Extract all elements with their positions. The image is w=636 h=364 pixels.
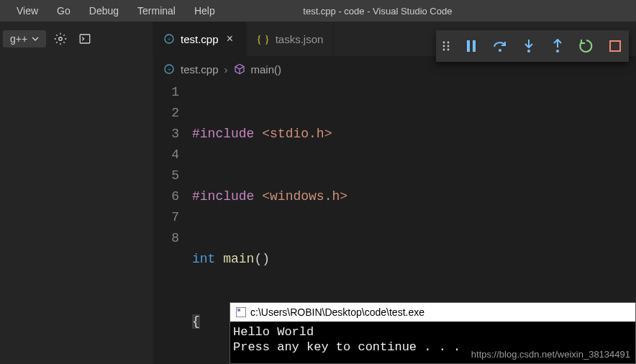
compiler-label: g++ bbox=[10, 33, 27, 45]
json-file-icon: { } bbox=[257, 33, 270, 45]
terminal-panel-icon[interactable] bbox=[75, 29, 95, 49]
menu-go[interactable]: Go bbox=[47, 5, 80, 17]
tab-label: test.cpp bbox=[181, 33, 219, 45]
debug-toolbar bbox=[436, 30, 629, 62]
svg-rect-15 bbox=[610, 41, 620, 51]
menu-view[interactable]: View bbox=[7, 5, 47, 17]
drag-handle-icon[interactable] bbox=[442, 40, 450, 52]
step-over-icon[interactable] bbox=[492, 38, 508, 54]
tab-test-cpp[interactable]: + test.cpp × bbox=[153, 22, 247, 56]
svg-text:+: + bbox=[168, 36, 171, 42]
svg-point-4 bbox=[443, 42, 445, 44]
window-title: test.cpp - code - Visual Studio Code bbox=[303, 6, 452, 17]
console-title: c:\Users\ROBIN\Desktop\code\test.exe bbox=[250, 306, 424, 318]
svg-point-13 bbox=[527, 50, 530, 53]
breadcrumb-separator: › bbox=[224, 63, 228, 76]
menu-debug[interactable]: Debug bbox=[80, 5, 128, 17]
svg-point-6 bbox=[443, 45, 445, 47]
step-out-icon[interactable] bbox=[550, 38, 565, 54]
menu-help[interactable]: Help bbox=[185, 5, 224, 17]
tab-label: tasks.json bbox=[276, 33, 324, 45]
cpp-file-icon: + bbox=[163, 33, 175, 45]
tab-tasks-json[interactable]: { } tasks.json bbox=[247, 22, 335, 56]
breadcrumb-file: test.cpp bbox=[181, 63, 219, 76]
exe-icon bbox=[236, 307, 246, 317]
svg-point-8 bbox=[443, 49, 445, 51]
svg-point-14 bbox=[556, 50, 559, 53]
svg-rect-1 bbox=[80, 35, 90, 43]
svg-point-9 bbox=[448, 49, 450, 51]
stop-icon[interactable] bbox=[607, 38, 623, 54]
watermark-text: https://blog.csdn.net/weixin_38134491 bbox=[471, 349, 630, 360]
chevron-down-icon bbox=[32, 35, 39, 42]
svg-rect-10 bbox=[467, 40, 470, 52]
svg-text:+: + bbox=[168, 66, 171, 73]
cpp-file-icon: + bbox=[163, 63, 175, 75]
close-icon[interactable]: × bbox=[224, 32, 236, 45]
pause-icon[interactable] bbox=[463, 38, 479, 54]
svg-rect-11 bbox=[473, 40, 476, 52]
line-gutter: 1 2 3 4 5 6 7 8 bbox=[153, 82, 192, 364]
svg-point-7 bbox=[448, 45, 450, 47]
breadcrumb-symbol: main() bbox=[251, 63, 282, 76]
step-into-icon[interactable] bbox=[521, 38, 537, 54]
menubar: View Go Debug Terminal Help test.cpp - c… bbox=[0, 0, 636, 22]
restart-icon[interactable] bbox=[578, 38, 594, 54]
svg-point-0 bbox=[59, 37, 63, 41]
menu-terminal[interactable]: Terminal bbox=[128, 5, 185, 17]
svg-point-5 bbox=[448, 42, 450, 44]
cube-symbol-icon bbox=[234, 63, 245, 75]
svg-point-12 bbox=[499, 49, 501, 52]
settings-gear-icon[interactable] bbox=[50, 29, 71, 49]
svg-rect-19 bbox=[237, 309, 240, 311]
sidebar-panel bbox=[0, 56, 153, 364]
console-titlebar[interactable]: c:\Users\ROBIN\Desktop\code\test.exe bbox=[230, 303, 635, 322]
compiler-dropdown[interactable]: g++ bbox=[3, 30, 46, 47]
